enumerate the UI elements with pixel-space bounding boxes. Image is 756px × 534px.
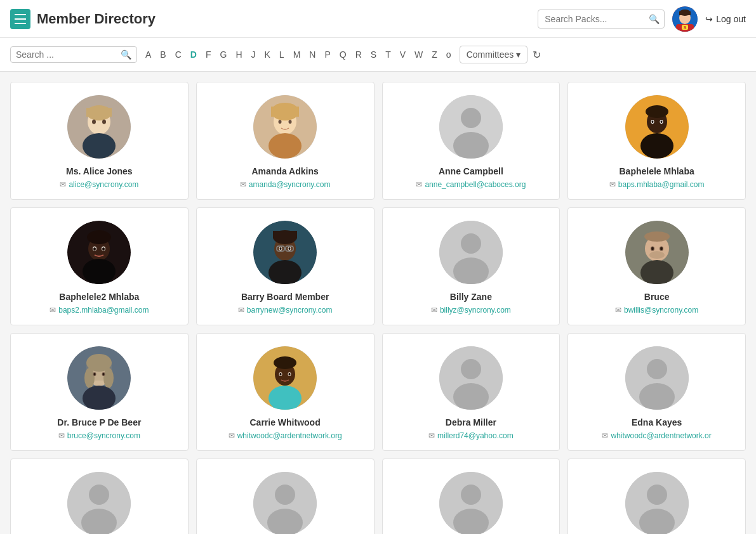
member-email[interactable]: ✉ anne_campbell@caboces.org xyxy=(416,180,526,189)
svg-rect-4 xyxy=(679,11,691,15)
svg-point-40 xyxy=(102,247,105,251)
svg-point-64 xyxy=(649,251,665,259)
member-card[interactable] xyxy=(382,459,560,534)
svg-point-19 xyxy=(269,133,302,159)
member-card[interactable] xyxy=(196,459,375,534)
member-name: Amanda Adkins xyxy=(251,166,318,176)
member-card[interactable]: Billy Zane✉ billyz@syncrony.com xyxy=(382,207,560,325)
member-avatar xyxy=(253,95,317,159)
member-card[interactable]: Edna Kayes✉ whitwoodc@ardentnetwork.or xyxy=(567,333,746,451)
svg-point-31 xyxy=(651,120,653,123)
alpha-filter: A B C D F G H J K L M N P Q R S T V W Z … xyxy=(142,48,454,61)
member-name: Anne Campbell xyxy=(439,166,503,176)
member-search-bar[interactable]: 🔍 xyxy=(10,46,137,63)
alpha-btn-D[interactable]: D xyxy=(187,48,200,61)
member-card[interactable]: Baphelele Mhlaba✉ baps.mhlaba@gmail.com xyxy=(567,82,746,200)
email-icon: ✉ xyxy=(50,306,56,315)
logout-arrow-icon: ↪ xyxy=(705,14,713,24)
member-email[interactable]: ✉ baps.mhlaba@gmail.com xyxy=(609,180,705,189)
alpha-btn-M[interactable]: M xyxy=(290,48,304,61)
member-card[interactable]: Ms. Alice Jones✉ alice@syncrony.com xyxy=(10,82,189,200)
member-card[interactable]: Bruce✉ bwillis@syncrony.com xyxy=(567,207,746,325)
search-packs-input[interactable] xyxy=(538,10,665,29)
member-email[interactable]: ✉ alice@syncrony.com xyxy=(60,180,138,189)
member-email[interactable]: ✉ bwillis@syncrony.com xyxy=(615,306,698,315)
member-name: Baphelele2 Mhlaba xyxy=(59,292,139,302)
alpha-btn-L[interactable]: L xyxy=(276,48,288,61)
alpha-btn-A[interactable]: A xyxy=(142,48,154,61)
email-icon: ✉ xyxy=(240,180,246,189)
svg-point-83 xyxy=(289,373,291,375)
alpha-btn-J[interactable]: J xyxy=(248,48,259,61)
member-email[interactable]: ✉ whitwoodc@ardentnetwork.org xyxy=(229,431,342,440)
alpha-btn-o[interactable]: o xyxy=(443,48,454,61)
alpha-btn-N[interactable]: N xyxy=(306,48,319,61)
page-title: Member Directory xyxy=(37,11,156,27)
member-search-input[interactable] xyxy=(16,49,118,60)
alpha-btn-K[interactable]: K xyxy=(262,48,274,61)
alpha-btn-P[interactable]: P xyxy=(321,48,333,61)
member-card[interactable]: Anne Campbell✉ anne_campbell@caboces.org xyxy=(382,82,560,200)
alpha-btn-S[interactable]: S xyxy=(368,48,380,61)
alpha-btn-Q[interactable]: Q xyxy=(336,48,350,61)
member-email[interactable]: ✉ whitwoodc@ardentnetwork.or xyxy=(602,431,711,440)
refresh-icon: ↻ xyxy=(533,49,541,60)
member-email[interactable]: ✉ millerd74@yahoo.com xyxy=(428,431,514,440)
svg-rect-44 xyxy=(273,231,297,238)
member-email[interactable]: ✉ billyz@syncrony.com xyxy=(431,306,511,315)
alpha-btn-H[interactable]: H xyxy=(232,48,245,61)
hamburger-menu[interactable] xyxy=(10,9,30,29)
committees-button[interactable]: Committees ▾ xyxy=(460,46,528,63)
member-name: Bruce xyxy=(644,292,670,302)
member-email[interactable]: ✉ bruce@syncrony.com xyxy=(58,431,140,440)
member-avatar xyxy=(625,221,689,284)
svg-point-54 xyxy=(461,233,481,254)
member-name: Baphelele Mhlaba xyxy=(619,166,694,176)
svg-point-32 xyxy=(660,120,662,123)
svg-point-49 xyxy=(289,247,291,250)
svg-point-39 xyxy=(93,247,96,251)
svg-point-55 xyxy=(453,257,489,284)
email-icon: ✉ xyxy=(428,431,435,440)
member-card[interactable]: Dr. Bruce P De Beer✉ bruce@syncrony.com xyxy=(10,333,189,451)
alpha-btn-W[interactable]: W xyxy=(411,48,426,61)
alpha-btn-B[interactable]: B xyxy=(157,48,169,61)
svg-point-85 xyxy=(461,359,481,379)
member-card[interactable]: Barry Board Member✉ barrynew@syncrony.co… xyxy=(196,207,375,325)
member-name: Billy Zane xyxy=(450,292,492,302)
member-card[interactable] xyxy=(567,459,746,534)
member-avatar xyxy=(253,221,317,284)
svg-point-69 xyxy=(84,368,95,388)
alpha-btn-V[interactable]: V xyxy=(397,48,409,61)
member-avatar xyxy=(439,221,503,284)
email-icon: ✉ xyxy=(431,306,437,315)
email-icon: ✉ xyxy=(602,431,608,440)
member-email[interactable]: ✉ baps2.mhlaba@gmail.com xyxy=(50,306,149,315)
refresh-button[interactable]: ↻ xyxy=(533,49,541,61)
member-card[interactable]: Carrie Whitwood✉ whitwoodc@ardentnetwork… xyxy=(196,333,375,451)
svg-point-28 xyxy=(640,133,673,159)
member-email[interactable]: ✉ barrynew@syncrony.com xyxy=(238,306,333,315)
search-packs-wrapper: 🔍 xyxy=(538,10,665,29)
member-name: Carrie Whitwood xyxy=(250,417,321,427)
member-name: Edna Kayes xyxy=(632,417,682,427)
svg-point-91 xyxy=(89,485,109,505)
email-text: whitwoodc@ardentnetwork.or xyxy=(611,431,711,440)
user-avatar[interactable]: S xyxy=(672,6,698,32)
member-avatar xyxy=(439,95,503,159)
member-card[interactable]: Baphelele2 Mhlaba✉ baps2.mhlaba@gmail.co… xyxy=(10,207,189,325)
email-text: anne_campbell@caboces.org xyxy=(425,180,526,189)
alpha-btn-R[interactable]: R xyxy=(352,48,365,61)
member-card[interactable] xyxy=(10,459,189,534)
member-email[interactable]: ✉ amanda@syncrony.com xyxy=(240,180,331,189)
svg-point-48 xyxy=(280,247,282,250)
member-card[interactable]: Debra Miller✉ millerd74@yahoo.com xyxy=(382,333,560,451)
member-card[interactable]: Amanda Adkins✉ amanda@syncrony.com xyxy=(196,82,375,200)
alpha-btn-G[interactable]: G xyxy=(217,48,230,61)
toolbar: 🔍 A B C D F G H J K L M N P Q R S T V W … xyxy=(0,38,756,72)
alpha-btn-T[interactable]: T xyxy=(382,48,394,61)
alpha-btn-F[interactable]: F xyxy=(202,48,215,61)
alpha-btn-Z[interactable]: Z xyxy=(428,48,441,61)
alpha-btn-C[interactable]: C xyxy=(172,48,185,61)
logout-button[interactable]: ↪ Log out xyxy=(705,14,746,24)
